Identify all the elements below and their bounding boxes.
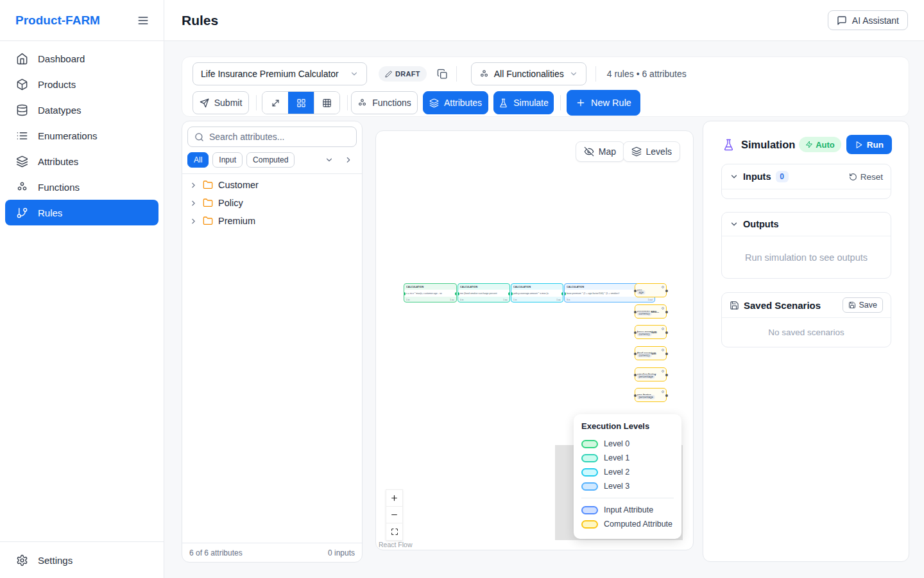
saved-scenarios-empty-text: No saved scenarios	[768, 328, 844, 337]
legend-row-level-0: Level 0	[581, 437, 674, 451]
inputs-section: Inputs 0 Reset	[721, 164, 891, 199]
attributes-panel-top: All Input Computed	[182, 121, 362, 173]
folder-label: Policy	[218, 198, 243, 208]
calc-node-3[interactable]: CALCULATION policy.coverage.amount * x.m…	[511, 283, 563, 302]
input-attribute-swatch	[581, 506, 598, 514]
zoom-in-button[interactable]	[386, 490, 402, 507]
sidebar-item-functions[interactable]: Functions	[5, 174, 158, 200]
zoom-out-button[interactable]	[386, 507, 402, 523]
sidebar-nav: Dashboard Products Datatypes Enumeration…	[0, 41, 164, 541]
search-input[interactable]	[209, 132, 350, 142]
outputs-empty-text: Run simulation to see outputs	[745, 252, 868, 263]
new-rule-button[interactable]: New Rule	[567, 90, 640, 116]
filter-chips: All Input Computed	[187, 152, 357, 173]
attr-node-coverage-amount[interactable]: coverage.amo... currency	[635, 304, 667, 319]
list-icon	[16, 130, 28, 142]
outputs-header[interactable]: Outputs	[722, 213, 891, 236]
sidebar-item-dashboard[interactable]: Dashboard	[5, 46, 158, 71]
submit-label: Submit	[214, 98, 243, 108]
legend-row-input-attribute: Input Attribute	[581, 503, 674, 517]
saved-scenarios-section: Saved Scenarios Save No saved scenarios	[721, 292, 891, 347]
chevron-down-icon	[569, 69, 578, 78]
simulate-button[interactable]: Simulate	[493, 91, 554, 114]
copy-icon[interactable]	[437, 69, 448, 80]
molecule-icon	[16, 181, 28, 193]
sidebar-item-products[interactable]: Products	[5, 71, 158, 97]
chevron-right-icon[interactable]	[344, 155, 353, 164]
attr-node-base-premium[interactable]: base.premium currency	[635, 325, 667, 339]
sidebar-item-label: Functions	[38, 182, 80, 193]
folder-icon	[203, 216, 213, 226]
attr-node-age-factor[interactable]: age.factor percentage	[635, 388, 667, 402]
menu-toggle-icon[interactable]	[137, 14, 150, 27]
save-icon	[730, 301, 739, 310]
sidebar-item-label: Dashboard	[38, 53, 85, 64]
tree-folder-premium[interactable]: Premium	[182, 212, 362, 230]
reactflow-attribution: React Flow	[379, 541, 413, 548]
git-branch-icon	[16, 207, 28, 219]
levels-toggle-button[interactable]: Levels	[623, 141, 680, 162]
filter-chip-input[interactable]: Input	[212, 152, 243, 168]
attr-node-age[interactable]: age age	[635, 283, 667, 297]
table-view-button[interactable]	[314, 92, 339, 114]
save-icon	[848, 301, 856, 309]
levels-label: Levels	[646, 146, 672, 157]
sidebar-item-enumerations[interactable]: Enumerations	[5, 123, 158, 148]
toolbar-row-2: Submit Functions Attributes	[193, 91, 898, 114]
auto-label: Auto	[816, 140, 835, 150]
sidebar-item-label: Rules	[38, 207, 62, 218]
home-icon	[16, 53, 28, 65]
search-icon	[194, 132, 204, 142]
attr-node-smoker-factor[interactable]: smoker.factor percentage	[635, 367, 667, 381]
pencil-icon	[385, 71, 392, 78]
sidebar-item-settings[interactable]: Settings	[5, 547, 158, 573]
attr-type-icon	[662, 349, 664, 351]
toolbar-row-1: Life Insurance Premium Calculator DRAFT …	[193, 62, 898, 85]
attr-type-icon	[662, 328, 664, 330]
attr-node-final-premium[interactable]: final.premium currency	[635, 346, 667, 360]
folder-icon	[203, 180, 213, 190]
attributes-button[interactable]: Attributes	[423, 91, 488, 114]
rules-attributes-count: 4 rules • 6 attributes	[607, 69, 687, 79]
chat-icon	[837, 15, 847, 26]
map-toggle-button[interactable]: Map	[576, 141, 624, 162]
run-button[interactable]: Run	[846, 135, 892, 154]
toolbar: Life Insurance Premium Calculator DRAFT …	[182, 57, 909, 117]
grid-view-button[interactable]	[288, 92, 314, 114]
expand-view-button[interactable]	[262, 92, 288, 114]
layers-icon	[429, 98, 439, 108]
fit-view-button[interactable]	[386, 523, 402, 540]
tree-folder-policy[interactable]: Policy	[182, 194, 362, 212]
play-icon	[855, 141, 863, 149]
tree-folder-customer[interactable]: Customer	[182, 176, 362, 194]
inputs-count: 0 inputs	[328, 548, 355, 557]
content-area: Life Insurance Premium Calculator DRAFT …	[164, 41, 924, 578]
sidebar-item-attributes[interactable]: Attributes	[5, 148, 158, 174]
calc-node-2[interactable]: CALCULATION me (fixed smoker surcharge p…	[458, 283, 510, 302]
functions-button[interactable]: Functions	[351, 91, 418, 114]
chevron-down-icon[interactable]	[325, 155, 334, 164]
calc-node-1[interactable]: CALCULATION s = m.n * max(x, customer.ag…	[404, 283, 457, 302]
inputs-header[interactable]: Inputs 0 Reset	[722, 164, 891, 189]
auto-badge[interactable]: Auto	[799, 137, 841, 152]
submit-button[interactable]: Submit	[193, 91, 249, 114]
flow-canvas[interactable]: Map Levels CALCULATION s = m.n * max(x, …	[375, 130, 694, 550]
ai-assistant-button[interactable]: AI Assistant	[828, 10, 908, 30]
sidebar-item-datatypes[interactable]: Datatypes	[5, 97, 158, 123]
save-scenario-button[interactable]: Save	[843, 297, 884, 313]
attr-type-icon	[662, 307, 664, 310]
filter-chip-all[interactable]: All	[187, 152, 209, 168]
legend-row-level-3: Level 3	[581, 479, 674, 493]
layers-icon	[16, 155, 28, 168]
functionality-select[interactable]: All Functionalities	[471, 62, 586, 85]
sidebar-footer: Settings	[0, 541, 164, 578]
attributes-count: 6 of 6 attributes	[189, 548, 243, 557]
product-select[interactable]: Life Insurance Premium Calculator	[193, 62, 367, 85]
reset-button[interactable]: Reset	[849, 172, 883, 182]
filter-chip-computed[interactable]: Computed	[246, 152, 295, 168]
attr-type-icon	[662, 370, 664, 372]
sidebar-item-label: Enumerations	[38, 130, 98, 141]
chevron-down-icon	[730, 172, 739, 181]
folder-label: Premium	[218, 216, 255, 226]
sidebar-item-rules[interactable]: Rules	[5, 200, 158, 225]
